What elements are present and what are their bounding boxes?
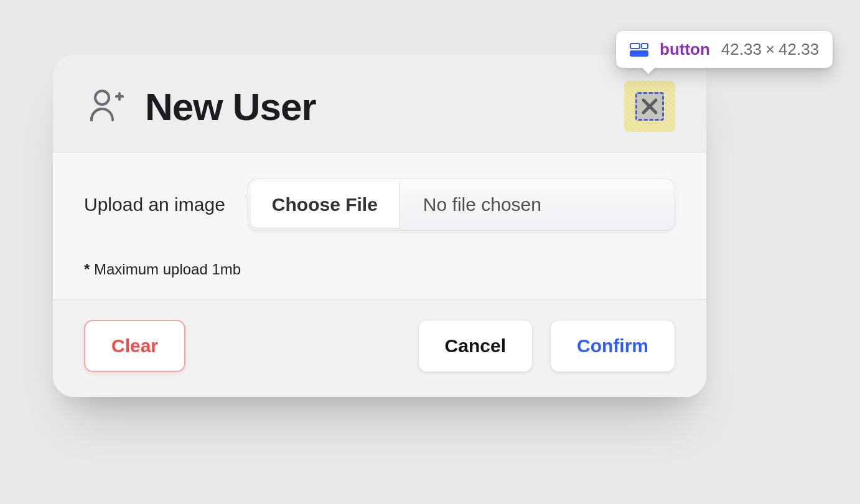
file-input[interactable]: Choose File No file chosen bbox=[248, 179, 675, 231]
upload-row: Upload an image Choose File No file chos… bbox=[84, 179, 675, 231]
modal-title: New User bbox=[145, 85, 316, 129]
modal-footer: Clear Cancel Confirm bbox=[53, 299, 706, 397]
layout-icon bbox=[630, 42, 648, 57]
close-icon bbox=[640, 97, 659, 116]
modal-header: New User bbox=[53, 55, 706, 152]
file-status: No file chosen bbox=[400, 179, 675, 230]
svg-rect-6 bbox=[642, 44, 648, 49]
new-user-modal: New User Upload an image Choose File No … bbox=[53, 55, 706, 397]
clear-button[interactable]: Clear bbox=[84, 320, 185, 372]
upload-hint: * Maximum upload 1mb bbox=[84, 261, 675, 278]
close-button[interactable] bbox=[624, 81, 675, 132]
choose-file-button[interactable]: Choose File bbox=[251, 182, 400, 228]
modal-body: Upload an image Choose File No file chos… bbox=[53, 152, 706, 299]
confirm-button[interactable]: Confirm bbox=[550, 320, 675, 372]
add-user-icon bbox=[84, 85, 126, 128]
svg-rect-5 bbox=[630, 44, 640, 49]
devtools-inspect-tooltip: button 42.33×42.33 bbox=[616, 31, 833, 68]
stage: New User Upload an image Choose File No … bbox=[0, 0, 860, 504]
inspect-element-tag: button bbox=[660, 40, 710, 59]
cancel-button[interactable]: Cancel bbox=[418, 320, 533, 372]
inspect-element-dimensions: 42.33×42.33 bbox=[721, 40, 819, 59]
hint-text: Maximum upload 1mb bbox=[90, 261, 241, 278]
svg-point-0 bbox=[95, 91, 109, 105]
svg-rect-7 bbox=[630, 51, 648, 56]
modal-header-left: New User bbox=[84, 85, 316, 129]
upload-label: Upload an image bbox=[84, 194, 225, 215]
hint-asterisk: * bbox=[84, 261, 90, 278]
